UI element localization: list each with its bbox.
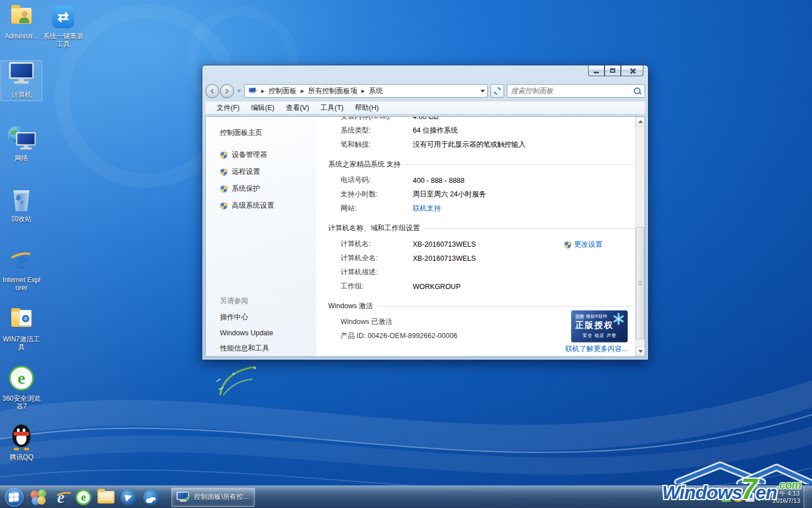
breadcrumb-control-panel[interactable]: 控制面板 xyxy=(268,86,297,96)
start-button[interactable] xyxy=(5,488,24,507)
product-id: 产品 ID: 00426-OEM-8992662-00006 xyxy=(328,331,457,341)
paper-plane-icon xyxy=(121,489,136,505)
desktop-icon-360-browser[interactable]: e 360安全浏览器7 xyxy=(1,366,42,410)
uac-shield-icon xyxy=(220,185,228,193)
maximize-button[interactable] xyxy=(604,65,621,76)
support-label: 网站: xyxy=(328,204,413,213)
sidebar-control-panel-home[interactable]: 控制面板主页 xyxy=(220,128,316,138)
desktop-icon-label: 回收站 xyxy=(1,215,42,223)
recent-pages-dropdown[interactable] xyxy=(237,90,241,93)
sidebar-item-label: 高级系统设置 xyxy=(232,201,274,211)
address-dropdown-icon[interactable] xyxy=(480,90,485,93)
desktop-icon-label: Internet Explorer xyxy=(1,276,42,292)
qq-browser-cloud-icon xyxy=(143,489,159,505)
forward-button[interactable] xyxy=(220,84,234,98)
scroll-up-button[interactable] xyxy=(636,117,645,126)
recycle-bin-icon xyxy=(8,186,35,213)
titlebar[interactable] xyxy=(202,65,648,82)
computer-label: 计算机描述: xyxy=(328,268,413,277)
support-row-phone: 电话号码: 400 - 888 - 8888 xyxy=(328,173,635,187)
desktop-icon-qq[interactable]: 腾讯QQ xyxy=(1,424,42,461)
back-button[interactable] xyxy=(205,84,219,98)
scroll-down-button[interactable] xyxy=(636,347,645,356)
section-title: 系统之家精品系统 支持 xyxy=(328,160,400,169)
close-button[interactable] xyxy=(621,65,643,76)
sidebar-remote-settings[interactable]: 远程设置 xyxy=(220,167,316,177)
tray-network-icon[interactable] xyxy=(757,493,766,502)
taskbar-active-window[interactable]: ✓ 控制面板\所有控... xyxy=(171,488,255,507)
breadcrumb-all-items[interactable]: 所有控制面板项 xyxy=(308,86,358,96)
maximize-icon xyxy=(610,68,615,73)
online-support-link[interactable]: 联机支持 xyxy=(413,204,441,213)
computer-label: 计算机全名: xyxy=(328,253,413,263)
desktop-icon-label: 360安全浏览器7 xyxy=(1,395,42,410)
genuine-software-badge[interactable]: 使用 微软®软件 正版授权 安全 稳定 声誉 xyxy=(571,310,628,342)
tray-action-center-flag-icon[interactable] xyxy=(745,493,754,502)
desktop-icon-administrator[interactable]: Administr... xyxy=(1,3,42,40)
desktop-icon-computer[interactable]: 计算机 xyxy=(1,61,42,100)
spec-row-system-type: 系统类型: 64 位操作系统 xyxy=(328,124,635,138)
taskbar-internet-explorer[interactable]: e xyxy=(50,486,72,508)
spec-label: 系统类型: xyxy=(328,126,413,135)
menu-view[interactable]: 查看(V) xyxy=(281,102,315,114)
sidebar-see-also: 另请参阅 操作中心 Windows Update 性能信息和工具 xyxy=(220,296,273,357)
sidebar-windows-update[interactable]: Windows Update xyxy=(220,329,273,337)
badge-star-icon xyxy=(612,312,625,326)
menu-file[interactable]: 文件(F) xyxy=(211,102,245,114)
user-folder-icon xyxy=(8,3,35,30)
scroll-up-icon xyxy=(638,120,643,123)
breadcrumb-system[interactable]: 系统 xyxy=(369,86,383,96)
desktop-icon-network[interactable]: 网络 xyxy=(1,125,42,162)
search-box[interactable] xyxy=(507,84,645,98)
search-icon[interactable] xyxy=(633,87,641,95)
sidebar-advanced-settings[interactable]: 高级系统设置 xyxy=(220,201,316,211)
minimize-button[interactable] xyxy=(588,65,604,76)
taskbar-360-browser[interactable]: e xyxy=(72,486,95,508)
desktop-icon-win7-activator[interactable]: WIN7激活工具 xyxy=(1,306,42,351)
sidebar: 控制面板主页 设备管理器 远程设置 系统保护 高级系统设置 xyxy=(206,117,316,356)
address-bar[interactable]: ✓ ▶ 控制面板 ▶ 所有控制面板项 ▶ 系统 xyxy=(244,84,488,98)
sidebar-performance-tools[interactable]: 性能信息和工具 xyxy=(220,344,273,353)
search-input[interactable] xyxy=(511,87,633,95)
desktop-icon-reinstall-tool[interactable]: ⇄ 系统一键重装工具 xyxy=(43,3,83,48)
learn-more-link[interactable]: 联机了解更多内容... xyxy=(566,344,628,354)
internet-explorer-icon: e xyxy=(57,488,64,507)
desktop-icon-label: 腾讯QQ xyxy=(1,453,42,461)
spec-value: 没有可用于此显示器的笔或触控输入 xyxy=(413,140,526,150)
tray-security-shield-icon[interactable] xyxy=(734,493,743,502)
scroll-down-icon xyxy=(638,350,643,353)
support-row-website: 网站: 联机支持 xyxy=(328,202,635,216)
show-desktop-button[interactable] xyxy=(804,486,811,508)
desktop-icon-recycle-bin[interactable]: 回收站 xyxy=(1,186,42,223)
scrollbar-thumb[interactable] xyxy=(636,227,645,339)
system-info-content: 安装内存(RAM): 4.00 GB 系统类型: 64 位操作系统 笔和触摸: … xyxy=(316,117,635,356)
menu-edit[interactable]: 编辑(E) xyxy=(246,102,280,114)
show-hidden-icons-button[interactable] xyxy=(710,493,718,501)
desktop-icon-label: 系统一键重装工具 xyxy=(43,32,83,48)
taskbar-sogou-browser[interactable] xyxy=(117,486,140,508)
refresh-button[interactable] xyxy=(491,84,504,98)
back-icon xyxy=(210,88,216,94)
support-label: 电话号码: xyxy=(328,176,413,185)
tray-360-icon[interactable] xyxy=(722,493,731,502)
sidebar-item-label: 远程设置 xyxy=(232,167,260,177)
menu-help[interactable]: 帮助(H) xyxy=(350,102,383,114)
uac-shield-icon xyxy=(220,202,228,210)
spec-value: 64 位操作系统 xyxy=(413,126,458,135)
internet-explorer-icon: e xyxy=(8,247,35,274)
vertical-scrollbar[interactable] xyxy=(635,117,645,356)
sidebar-system-protection[interactable]: 系统保护 xyxy=(220,184,316,194)
taskbar-qq-browser[interactable] xyxy=(140,486,162,508)
taskbar-clock[interactable]: 下午 4:13 2016/7/13 xyxy=(773,490,800,505)
reinstall-tool-icon: ⇄ xyxy=(50,3,77,30)
desktop-icon-internet-explorer[interactable]: e Internet Explorer xyxy=(1,247,42,292)
change-settings-link[interactable]: 更改设置 xyxy=(564,240,602,249)
window-body: 控制面板主页 设备管理器 远程设置 系统保护 高级系统设置 xyxy=(205,116,645,357)
menu-tools[interactable]: 工具(T) xyxy=(315,102,348,114)
taskbar-explorer[interactable] xyxy=(95,486,117,508)
section-title: Windows 激活 xyxy=(328,301,373,311)
taskbar-app-colorballs[interactable] xyxy=(27,486,50,508)
sidebar-action-center[interactable]: 操作中心 xyxy=(220,313,273,322)
computer-icon xyxy=(8,62,35,89)
sidebar-device-manager[interactable]: 设备管理器 xyxy=(220,150,316,160)
